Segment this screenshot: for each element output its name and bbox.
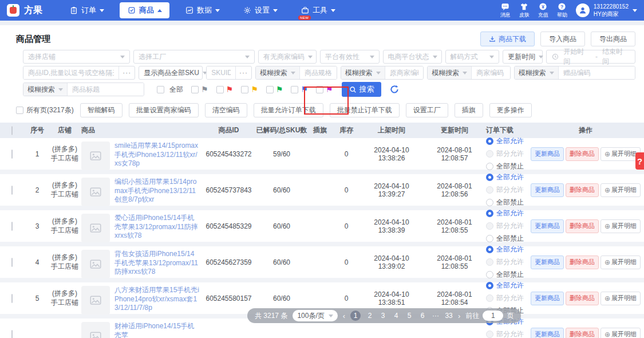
platform-validity-select[interactable]: 平台有效性 bbox=[320, 50, 380, 64]
messages-button[interactable]: 消息 bbox=[500, 2, 511, 19]
flag-green-checkbox[interactable] bbox=[266, 86, 274, 93]
page-33[interactable]: 33 bbox=[445, 312, 453, 320]
product-title-link[interactable]: smile适用苹果14/15promax手机壳iPhone13/12/11软xr… bbox=[114, 142, 200, 168]
product-title-link[interactable]: 八方来财适用苹果15手机壳iPhone14pro软xr/xsmax套13/12/… bbox=[114, 286, 200, 313]
prev-page-button[interactable]: ‹ bbox=[343, 312, 345, 320]
next-page-button[interactable]: › bbox=[458, 312, 460, 320]
update-product-button[interactable]: 更新商品 bbox=[531, 183, 564, 197]
row-checkbox[interactable] bbox=[11, 258, 13, 267]
delete-product-button[interactable]: 删除商品 bbox=[566, 256, 599, 269]
delete-product-button[interactable]: 删除商品 bbox=[566, 147, 599, 161]
expand-detail-button[interactable]: ⊕展开明细 bbox=[600, 256, 641, 269]
time-type-select[interactable]: 更新时间 bbox=[503, 50, 543, 64]
select-all-checkbox[interactable] bbox=[16, 107, 23, 114]
more-skuids-button[interactable]: ··· bbox=[235, 66, 251, 79]
product-image-placeholder[interactable] bbox=[81, 286, 110, 315]
nav-orders[interactable]: 订单 bbox=[62, 2, 112, 18]
nav-products[interactable]: 商品 bbox=[120, 2, 169, 18]
page-ellipsis[interactable]: ··· bbox=[432, 312, 440, 320]
page-3[interactable]: 3 bbox=[379, 312, 387, 320]
batch-allow-download-button[interactable]: 批量允许订单下载 bbox=[254, 103, 323, 117]
page-size-select[interactable]: 100条/页 bbox=[293, 310, 337, 321]
smart-decode-button[interactable]: 智能解码 bbox=[80, 103, 123, 117]
batch-set-merchant-code-button[interactable]: 批量设置商家编码 bbox=[129, 103, 199, 117]
nav-settings[interactable]: 设置 bbox=[235, 2, 285, 18]
radio-allow-all[interactable]: 全部允许 bbox=[486, 245, 539, 254]
help-button[interactable]: ? 帮助 bbox=[557, 2, 567, 19]
delete-product-button[interactable]: 删除商品 bbox=[566, 292, 599, 305]
radio-forbid-all[interactable]: 全部禁止 bbox=[486, 162, 539, 171]
product-image-placeholder[interactable] bbox=[81, 214, 110, 242]
product-title-input[interactable] bbox=[68, 83, 144, 96]
radio-forbid-all[interactable]: 全部禁止 bbox=[486, 270, 539, 280]
row-checkbox[interactable] bbox=[11, 150, 13, 159]
flag-orange-checkbox[interactable] bbox=[241, 86, 248, 93]
row-checkbox[interactable] bbox=[11, 186, 13, 195]
account-menu[interactable]: 13122280152 HY的商家 bbox=[576, 3, 637, 18]
expand-detail-button[interactable]: ⊕展开明细 bbox=[600, 219, 641, 233]
nav-data[interactable]: 数据 bbox=[177, 2, 227, 18]
fuzzy-mode-select[interactable]: 模糊搜索 bbox=[256, 66, 300, 79]
page-2[interactable]: 2 bbox=[366, 312, 374, 320]
row-checkbox[interactable] bbox=[11, 222, 13, 231]
factory-select[interactable]: 选择工厂 bbox=[133, 50, 255, 64]
radio-forbid-all[interactable]: 全部禁止 bbox=[486, 198, 539, 207]
product-image-placeholder[interactable] bbox=[81, 322, 110, 338]
fuzzy-mode-select[interactable]: 模糊搜索 bbox=[428, 66, 472, 79]
page-1[interactable]: 1 bbox=[350, 311, 361, 321]
page-6[interactable]: 6 bbox=[418, 312, 426, 320]
gift-code-input[interactable] bbox=[559, 66, 635, 79]
expand-detail-button[interactable]: ⊕展开明细 bbox=[600, 183, 641, 197]
radio-allow-all[interactable]: 全部允许 bbox=[486, 209, 539, 218]
product-image-placeholder[interactable] bbox=[81, 250, 110, 278]
refresh-icon[interactable] bbox=[388, 83, 401, 96]
set-factory-button[interactable]: 设置工厂 bbox=[406, 103, 448, 117]
nav-tools[interactable]: NEW 工具 bbox=[293, 2, 343, 18]
recharge-button[interactable]: ¥ 充值 bbox=[538, 2, 548, 19]
date-range-picker[interactable]: 开始时间 - 结束时间 bbox=[546, 50, 635, 64]
batch-forbid-download-button[interactable]: 批量禁止订单下载 bbox=[330, 103, 400, 117]
insert-flag-button[interactable]: 插旗 bbox=[455, 103, 483, 117]
product-title-link[interactable]: 背包女孩适用iPhone15/14手机壳苹果13/12promax/11防摔xr… bbox=[114, 250, 200, 277]
old-merchant-code-input[interactable] bbox=[385, 66, 424, 79]
brand[interactable]: 方果 bbox=[7, 4, 42, 17]
update-product-button[interactable]: 更新商品 bbox=[531, 219, 564, 233]
spec-input[interactable] bbox=[300, 66, 337, 79]
delete-product-button[interactable]: 删除商品 bbox=[566, 328, 599, 338]
clear-code-button[interactable]: 清空编码 bbox=[205, 103, 247, 117]
product-title-link[interactable]: 爱心适用iPhone15/14手机壳苹果13/12promax/11防摔xrxs… bbox=[114, 214, 200, 241]
skin-button[interactable]: 皮肤 bbox=[519, 2, 530, 19]
skuid-input[interactable] bbox=[207, 66, 235, 79]
jump-page-input[interactable] bbox=[483, 311, 503, 321]
more-ids-button[interactable]: ··· bbox=[118, 66, 135, 79]
product-image-placeholder[interactable] bbox=[81, 142, 110, 170]
radio-allow-all[interactable]: 全部允许 bbox=[486, 136, 539, 146]
platform-status-select[interactable]: 电商平台状态 bbox=[383, 50, 442, 64]
more-actions-button[interactable]: 更多操作 bbox=[489, 103, 532, 117]
product-image-placeholder[interactable] bbox=[81, 178, 110, 206]
help-tab[interactable]: ? bbox=[635, 152, 644, 170]
all-flags-checkbox[interactable] bbox=[157, 86, 164, 93]
fuzzy-mode-select[interactable]: 模糊搜索 bbox=[515, 66, 559, 79]
radio-allow-all[interactable]: 全部允许 bbox=[486, 172, 539, 182]
page-4[interactable]: 4 bbox=[392, 312, 400, 320]
expand-detail-button[interactable]: ⊕展开明细 bbox=[600, 147, 641, 161]
radio-allow-all[interactable]: 全部允许 bbox=[486, 281, 539, 290]
product-title-link[interactable]: 编织小熊适用苹果15/14promax手机壳iPhone13/12/11创意8/… bbox=[114, 178, 200, 205]
decode-mode-select[interactable]: 解码方式 bbox=[445, 50, 500, 64]
shop-select[interactable]: 选择店铺 bbox=[23, 50, 130, 64]
page-5[interactable]: 5 bbox=[405, 312, 413, 320]
expand-detail-button[interactable]: ⊕展开明细 bbox=[600, 328, 641, 338]
import-products-button[interactable]: 导入商品 bbox=[540, 32, 585, 46]
update-product-button[interactable]: 更新商品 bbox=[531, 292, 564, 305]
row-checkbox[interactable] bbox=[11, 294, 13, 303]
fuzzy-mode-select[interactable]: 模糊搜索 bbox=[341, 66, 385, 79]
sku-display-select[interactable]: 显示商品全部SKU bbox=[139, 66, 203, 80]
flag-purple-checkbox[interactable] bbox=[316, 86, 323, 93]
delete-product-button[interactable]: 删除商品 bbox=[566, 183, 599, 197]
flag-blue-checkbox[interactable] bbox=[291, 86, 298, 93]
product-title-link[interactable]: 财神适用iPhone14/15手机壳苹 bbox=[114, 322, 200, 338]
update-product-button[interactable]: 更新商品 bbox=[531, 328, 564, 338]
flag-gray-checkbox[interactable] bbox=[191, 86, 199, 93]
product-id-input[interactable] bbox=[23, 66, 118, 79]
